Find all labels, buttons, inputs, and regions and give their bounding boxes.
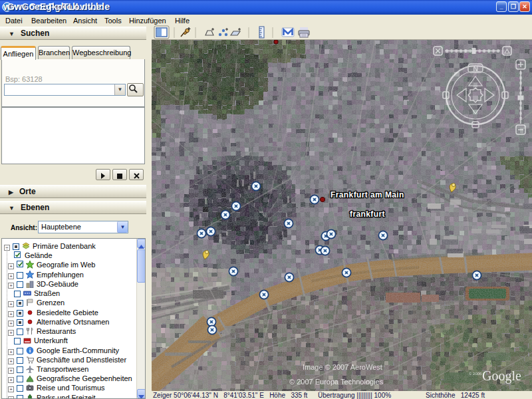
svg-text:© 2007 Europa Technologies: © 2007 Europa Technologies bbox=[289, 378, 384, 386]
svg-text:N: N bbox=[473, 65, 477, 72]
svg-text:frankfurt: frankfurt bbox=[350, 209, 385, 219]
svg-text:© 2006: © 2006 bbox=[469, 372, 482, 376]
svg-text:Google: Google bbox=[482, 368, 521, 384]
svg-text:Image © 2007 AeroWest: Image © 2007 AeroWest bbox=[303, 363, 382, 371]
svg-text:Frankfurt am Main: Frankfurt am Main bbox=[331, 190, 404, 200]
